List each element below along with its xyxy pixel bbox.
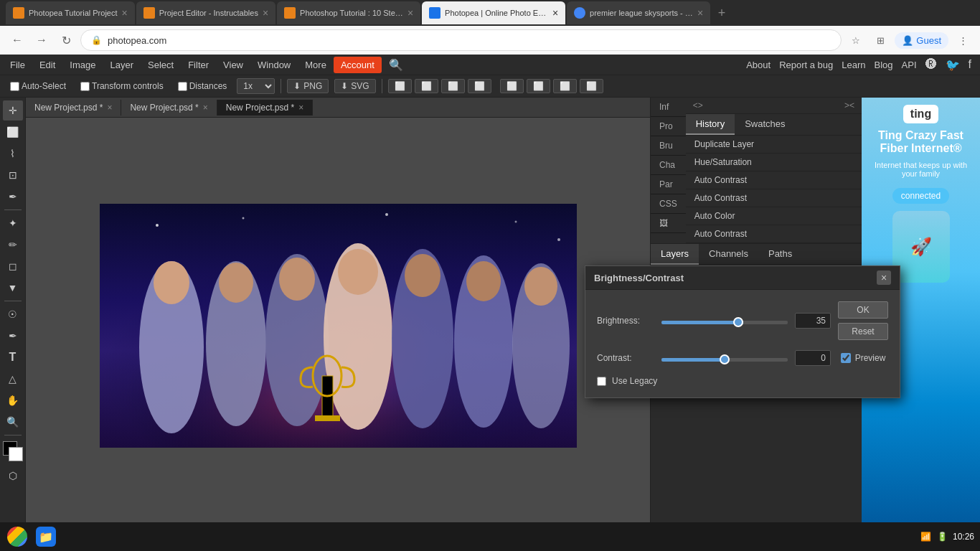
pen-tool[interactable]: ✒ xyxy=(3,326,23,346)
new-tab-button[interactable]: + xyxy=(712,3,732,23)
dodge-tool[interactable]: ☉ xyxy=(3,304,23,324)
preview-checkbox[interactable] xyxy=(841,353,851,363)
browser-tab-2[interactable]: Project Editor - Instructables × xyxy=(136,1,275,24)
browser-tab-5[interactable]: premier league skysports - Go... × xyxy=(567,1,710,24)
align-right-button[interactable]: ⬜ xyxy=(441,79,465,93)
brush-tool[interactable]: ✏ xyxy=(3,235,23,255)
reload-button[interactable]: ↻ xyxy=(56,30,76,50)
zoom-tool[interactable]: 🔍 xyxy=(3,412,23,432)
doc-tab-1[interactable]: New Project.psd * × xyxy=(26,100,121,116)
tab-paths[interactable]: Paths xyxy=(758,244,802,265)
menu-learn[interactable]: Learn xyxy=(842,60,865,70)
menu-filter[interactable]: Filter xyxy=(181,57,216,73)
menu-more[interactable]: More xyxy=(298,57,334,73)
side-item-cha[interactable]: Cha xyxy=(651,156,686,175)
move-tool[interactable]: ✛ xyxy=(3,100,23,121)
shape-tool[interactable]: △ xyxy=(3,369,23,389)
history-item-2[interactable]: Hue/Saturation xyxy=(686,154,862,171)
tab-layers[interactable]: Layers xyxy=(651,244,699,265)
twitter-icon[interactable]: 🐦 xyxy=(946,58,960,72)
export-png-button[interactable]: ⬇ PNG xyxy=(287,79,329,93)
menu-account[interactable]: Account xyxy=(334,57,382,73)
heal-tool[interactable]: ✦ xyxy=(3,213,23,233)
facebook-icon[interactable]: f xyxy=(969,58,971,71)
contrast-value-input[interactable] xyxy=(795,350,831,366)
tab-swatches[interactable]: Swatches xyxy=(735,114,795,135)
distances-checkbox[interactable] xyxy=(178,82,187,91)
menu-select[interactable]: Select xyxy=(141,57,181,73)
side-item-inf[interactable]: Inf xyxy=(651,98,686,117)
zoom-select[interactable]: 1x 2x 0.5x xyxy=(237,78,275,94)
forward-button[interactable]: → xyxy=(32,30,52,50)
menu-report-bug[interactable]: Report a bug xyxy=(779,60,833,70)
tab-channels[interactable]: Channels xyxy=(699,244,758,265)
doc-tab-1-close[interactable]: × xyxy=(107,103,112,113)
align-left-button[interactable]: ⬜ xyxy=(388,79,412,93)
align-top-button[interactable]: ⬜ xyxy=(468,79,491,93)
menu-image[interactable]: Image xyxy=(62,57,103,73)
tool-1[interactable]: ⬜ xyxy=(500,79,524,93)
side-item-pro[interactable]: Pro xyxy=(651,117,686,136)
contrast-slider[interactable] xyxy=(661,358,788,362)
brightness-slider[interactable] xyxy=(661,321,788,324)
menu-about[interactable]: About xyxy=(746,60,771,70)
history-item-5[interactable]: Auto Color xyxy=(686,207,862,225)
taskbar-chrome[interactable] xyxy=(6,525,29,548)
browser-tab-3[interactable]: Photoshop Tutorial : 10 Steps × xyxy=(277,1,420,24)
doc-tab-2-close[interactable]: × xyxy=(203,103,208,113)
history-item-4[interactable]: Auto Contrast xyxy=(686,189,862,207)
menu-button[interactable]: ⋮ xyxy=(953,30,973,50)
menu-blog[interactable]: Blog xyxy=(875,60,893,70)
tab-close-5[interactable]: × xyxy=(697,7,703,19)
address-bar[interactable]: 🔒 photopea.com xyxy=(80,29,842,51)
tool-4[interactable]: ⬜ xyxy=(580,79,603,93)
history-item-1[interactable]: Duplicate Layer xyxy=(686,136,862,154)
fill-tool[interactable]: ▼ xyxy=(3,278,23,298)
browser-tab-4[interactable]: Photopea | Online Photo Edito... × xyxy=(422,1,565,24)
menu-view[interactable]: View xyxy=(216,57,250,73)
menu-window[interactable]: Window xyxy=(250,57,298,73)
crop-tool[interactable]: ⊡ xyxy=(3,165,23,185)
reddit-icon[interactable]: 🅡 xyxy=(925,58,937,71)
history-item-3[interactable]: Auto Contrast xyxy=(686,171,862,189)
search-icon[interactable]: 🔍 xyxy=(382,55,410,75)
select-rect-tool[interactable]: ⬜ xyxy=(3,122,23,142)
side-item-img[interactable]: 🖼 xyxy=(651,214,686,233)
tab-close-1[interactable]: × xyxy=(122,7,128,19)
select-lasso-tool[interactable]: ⌇ xyxy=(3,143,23,164)
text-tool[interactable]: T xyxy=(3,347,23,367)
side-item-css[interactable]: CSS xyxy=(651,194,686,214)
align-center-button[interactable]: ⬜ xyxy=(415,79,438,93)
tab-close-2[interactable]: × xyxy=(263,7,268,19)
browser-tab-1[interactable]: Photopea Tutorial Project × xyxy=(6,1,135,24)
menu-edit[interactable]: Edit xyxy=(32,57,62,73)
eyedropper-tool[interactable]: ✒ xyxy=(3,187,23,207)
export-svg-button[interactable]: ⬇ SVG xyxy=(334,79,375,93)
doc-tab-3[interactable]: New Project.psd * × xyxy=(217,100,313,116)
tab-history[interactable]: History xyxy=(686,114,735,135)
taskbar-files[interactable]: 📁 xyxy=(34,525,57,548)
tool-2[interactable]: ⬜ xyxy=(527,79,550,93)
ok-button[interactable]: OK xyxy=(838,301,888,319)
menu-api[interactable]: API xyxy=(902,60,917,70)
history-item-6[interactable]: Auto Contrast xyxy=(686,225,862,243)
dialog-close-button[interactable]: × xyxy=(877,270,891,285)
profile-button[interactable]: 👤 Guest xyxy=(895,32,948,49)
side-item-bru[interactable]: Bru xyxy=(651,136,686,156)
doc-tab-2[interactable]: New Project.psd * × xyxy=(121,100,217,116)
color-picker[interactable] xyxy=(3,441,23,461)
menu-layer[interactable]: Layer xyxy=(103,57,141,73)
use-legacy-checkbox[interactable] xyxy=(597,377,606,386)
tool-3[interactable]: ⬜ xyxy=(553,79,577,93)
collapse-right-button[interactable]: >< xyxy=(840,99,859,112)
doc-tab-3-close[interactable]: × xyxy=(298,103,303,113)
transform-controls-checkbox[interactable] xyxy=(80,82,90,91)
extension-button[interactable]: ⊞ xyxy=(870,30,890,50)
brightness-value-input[interactable] xyxy=(795,313,831,329)
side-item-par[interactable]: Par xyxy=(651,175,686,194)
ad-cta-button[interactable]: connected xyxy=(892,188,949,204)
quick-mask-tool[interactable]: ⬡ xyxy=(3,466,23,486)
auto-select-checkbox[interactable] xyxy=(10,82,19,91)
erase-tool[interactable]: ◻ xyxy=(3,256,23,276)
menu-file[interactable]: File xyxy=(3,57,32,73)
